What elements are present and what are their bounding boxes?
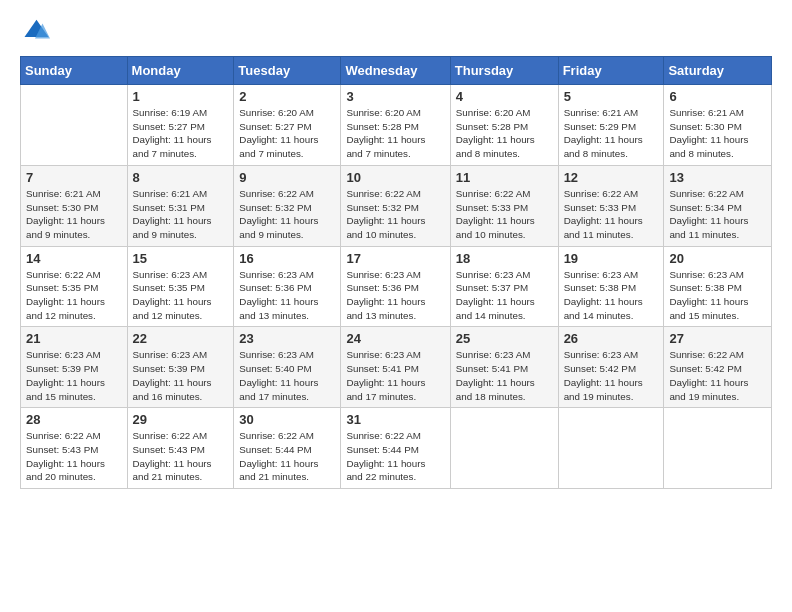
day-info: Sunrise: 6:21 AM Sunset: 5:31 PM Dayligh… (133, 187, 229, 242)
weekday-header-tuesday: Tuesday (234, 57, 341, 85)
calendar-cell: 10Sunrise: 6:22 AM Sunset: 5:32 PM Dayli… (341, 165, 450, 246)
calendar-cell: 26Sunrise: 6:23 AM Sunset: 5:42 PM Dayli… (558, 327, 664, 408)
day-info: Sunrise: 6:22 AM Sunset: 5:33 PM Dayligh… (456, 187, 553, 242)
day-number: 17 (346, 251, 444, 266)
day-number: 11 (456, 170, 553, 185)
weekday-header-friday: Friday (558, 57, 664, 85)
day-info: Sunrise: 6:22 AM Sunset: 5:44 PM Dayligh… (346, 429, 444, 484)
calendar-cell: 7Sunrise: 6:21 AM Sunset: 5:30 PM Daylig… (21, 165, 128, 246)
day-number: 30 (239, 412, 335, 427)
day-number: 2 (239, 89, 335, 104)
calendar-cell (21, 85, 128, 166)
week-row-3: 14Sunrise: 6:22 AM Sunset: 5:35 PM Dayli… (21, 246, 772, 327)
day-info: Sunrise: 6:21 AM Sunset: 5:29 PM Dayligh… (564, 106, 659, 161)
header (20, 16, 772, 46)
day-number: 12 (564, 170, 659, 185)
day-info: Sunrise: 6:22 AM Sunset: 5:44 PM Dayligh… (239, 429, 335, 484)
weekday-header-sunday: Sunday (21, 57, 128, 85)
day-info: Sunrise: 6:23 AM Sunset: 5:38 PM Dayligh… (669, 268, 766, 323)
week-row-4: 21Sunrise: 6:23 AM Sunset: 5:39 PM Dayli… (21, 327, 772, 408)
day-number: 31 (346, 412, 444, 427)
calendar-cell: 17Sunrise: 6:23 AM Sunset: 5:36 PM Dayli… (341, 246, 450, 327)
day-info: Sunrise: 6:20 AM Sunset: 5:28 PM Dayligh… (456, 106, 553, 161)
day-number: 24 (346, 331, 444, 346)
calendar-cell: 24Sunrise: 6:23 AM Sunset: 5:41 PM Dayli… (341, 327, 450, 408)
day-info: Sunrise: 6:23 AM Sunset: 5:39 PM Dayligh… (133, 348, 229, 403)
day-info: Sunrise: 6:22 AM Sunset: 5:43 PM Dayligh… (133, 429, 229, 484)
day-number: 25 (456, 331, 553, 346)
day-number: 14 (26, 251, 122, 266)
day-number: 5 (564, 89, 659, 104)
day-number: 1 (133, 89, 229, 104)
week-row-1: 1Sunrise: 6:19 AM Sunset: 5:27 PM Daylig… (21, 85, 772, 166)
calendar-cell: 15Sunrise: 6:23 AM Sunset: 5:35 PM Dayli… (127, 246, 234, 327)
calendar-cell: 23Sunrise: 6:23 AM Sunset: 5:40 PM Dayli… (234, 327, 341, 408)
day-number: 26 (564, 331, 659, 346)
logo-icon (20, 16, 50, 46)
day-number: 22 (133, 331, 229, 346)
day-info: Sunrise: 6:22 AM Sunset: 5:32 PM Dayligh… (346, 187, 444, 242)
day-number: 7 (26, 170, 122, 185)
page: SundayMondayTuesdayWednesdayThursdayFrid… (0, 0, 792, 612)
calendar-cell: 12Sunrise: 6:22 AM Sunset: 5:33 PM Dayli… (558, 165, 664, 246)
calendar-cell: 1Sunrise: 6:19 AM Sunset: 5:27 PM Daylig… (127, 85, 234, 166)
calendar-table: SundayMondayTuesdayWednesdayThursdayFrid… (20, 56, 772, 489)
calendar-cell: 29Sunrise: 6:22 AM Sunset: 5:43 PM Dayli… (127, 408, 234, 489)
day-info: Sunrise: 6:20 AM Sunset: 5:28 PM Dayligh… (346, 106, 444, 161)
calendar-cell: 6Sunrise: 6:21 AM Sunset: 5:30 PM Daylig… (664, 85, 772, 166)
day-number: 10 (346, 170, 444, 185)
calendar-cell: 11Sunrise: 6:22 AM Sunset: 5:33 PM Dayli… (450, 165, 558, 246)
day-number: 9 (239, 170, 335, 185)
calendar-cell: 20Sunrise: 6:23 AM Sunset: 5:38 PM Dayli… (664, 246, 772, 327)
calendar-cell (558, 408, 664, 489)
day-info: Sunrise: 6:23 AM Sunset: 5:36 PM Dayligh… (239, 268, 335, 323)
day-info: Sunrise: 6:22 AM Sunset: 5:33 PM Dayligh… (564, 187, 659, 242)
calendar-cell: 3Sunrise: 6:20 AM Sunset: 5:28 PM Daylig… (341, 85, 450, 166)
weekday-header-monday: Monday (127, 57, 234, 85)
day-info: Sunrise: 6:21 AM Sunset: 5:30 PM Dayligh… (669, 106, 766, 161)
day-number: 18 (456, 251, 553, 266)
calendar-cell: 14Sunrise: 6:22 AM Sunset: 5:35 PM Dayli… (21, 246, 128, 327)
day-info: Sunrise: 6:23 AM Sunset: 5:37 PM Dayligh… (456, 268, 553, 323)
day-info: Sunrise: 6:19 AM Sunset: 5:27 PM Dayligh… (133, 106, 229, 161)
day-info: Sunrise: 6:21 AM Sunset: 5:30 PM Dayligh… (26, 187, 122, 242)
calendar-cell: 19Sunrise: 6:23 AM Sunset: 5:38 PM Dayli… (558, 246, 664, 327)
calendar-cell (450, 408, 558, 489)
weekday-header-row: SundayMondayTuesdayWednesdayThursdayFrid… (21, 57, 772, 85)
weekday-header-wednesday: Wednesday (341, 57, 450, 85)
day-number: 16 (239, 251, 335, 266)
week-row-2: 7Sunrise: 6:21 AM Sunset: 5:30 PM Daylig… (21, 165, 772, 246)
calendar-cell: 22Sunrise: 6:23 AM Sunset: 5:39 PM Dayli… (127, 327, 234, 408)
day-number: 23 (239, 331, 335, 346)
day-number: 21 (26, 331, 122, 346)
day-info: Sunrise: 6:23 AM Sunset: 5:42 PM Dayligh… (564, 348, 659, 403)
day-info: Sunrise: 6:23 AM Sunset: 5:41 PM Dayligh… (346, 348, 444, 403)
day-number: 27 (669, 331, 766, 346)
day-number: 20 (669, 251, 766, 266)
calendar-cell: 21Sunrise: 6:23 AM Sunset: 5:39 PM Dayli… (21, 327, 128, 408)
day-info: Sunrise: 6:23 AM Sunset: 5:39 PM Dayligh… (26, 348, 122, 403)
week-row-5: 28Sunrise: 6:22 AM Sunset: 5:43 PM Dayli… (21, 408, 772, 489)
day-info: Sunrise: 6:22 AM Sunset: 5:43 PM Dayligh… (26, 429, 122, 484)
day-number: 28 (26, 412, 122, 427)
day-number: 13 (669, 170, 766, 185)
day-info: Sunrise: 6:23 AM Sunset: 5:40 PM Dayligh… (239, 348, 335, 403)
day-info: Sunrise: 6:23 AM Sunset: 5:35 PM Dayligh… (133, 268, 229, 323)
day-info: Sunrise: 6:22 AM Sunset: 5:34 PM Dayligh… (669, 187, 766, 242)
day-info: Sunrise: 6:22 AM Sunset: 5:32 PM Dayligh… (239, 187, 335, 242)
calendar-cell: 28Sunrise: 6:22 AM Sunset: 5:43 PM Dayli… (21, 408, 128, 489)
day-info: Sunrise: 6:22 AM Sunset: 5:42 PM Dayligh… (669, 348, 766, 403)
day-info: Sunrise: 6:23 AM Sunset: 5:38 PM Dayligh… (564, 268, 659, 323)
calendar-cell: 25Sunrise: 6:23 AM Sunset: 5:41 PM Dayli… (450, 327, 558, 408)
day-number: 19 (564, 251, 659, 266)
day-number: 29 (133, 412, 229, 427)
day-info: Sunrise: 6:22 AM Sunset: 5:35 PM Dayligh… (26, 268, 122, 323)
calendar-cell: 27Sunrise: 6:22 AM Sunset: 5:42 PM Dayli… (664, 327, 772, 408)
calendar-cell: 9Sunrise: 6:22 AM Sunset: 5:32 PM Daylig… (234, 165, 341, 246)
calendar-cell: 18Sunrise: 6:23 AM Sunset: 5:37 PM Dayli… (450, 246, 558, 327)
calendar-cell: 4Sunrise: 6:20 AM Sunset: 5:28 PM Daylig… (450, 85, 558, 166)
day-info: Sunrise: 6:23 AM Sunset: 5:36 PM Dayligh… (346, 268, 444, 323)
weekday-header-thursday: Thursday (450, 57, 558, 85)
calendar-cell: 2Sunrise: 6:20 AM Sunset: 5:27 PM Daylig… (234, 85, 341, 166)
day-number: 4 (456, 89, 553, 104)
